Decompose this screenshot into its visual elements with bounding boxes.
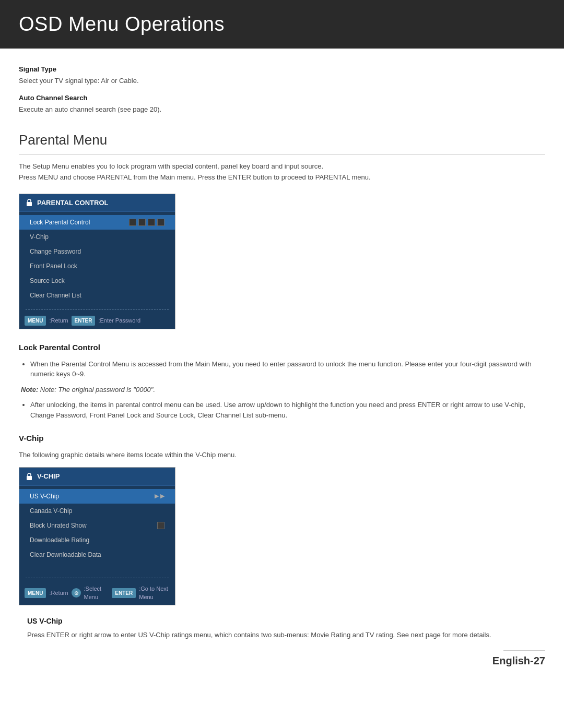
osd-vchip-dashed-separator	[26, 578, 169, 578]
lock-parental-bullet1: When the Parental Control Menu is access…	[30, 359, 545, 379]
osd-dashed-separator	[26, 309, 169, 309]
osd-vchip-return-label: :Return	[49, 589, 68, 598]
signal-type-label: Signal Type	[19, 64, 545, 75]
lock-parental-bullet2: After unlocking, the items in parental c…	[30, 400, 545, 420]
osd-parental-header: PARENTAL CONTROL	[19, 194, 175, 212]
parental-menu-heading: Parental Menu	[19, 130, 545, 155]
parental-menu-intro: The Setup Menu enables you to lock progr…	[19, 161, 545, 183]
vchip-intro: The following graphic details where item…	[19, 450, 545, 460]
osd-vchip-block-unrated: Block Unrated Show	[19, 518, 175, 533]
us-vchip-desc: Press ENTER or right arrow to enter US V…	[19, 630, 545, 640]
vchip-arrows: ▶ ▶	[155, 492, 164, 500]
osd-vchip-downloadable-rating: Downloadable Rating	[19, 533, 175, 547]
osd-item-source-lock: Source Lock	[19, 273, 175, 288]
osd-enter-label: :Enter Password	[98, 316, 140, 325]
page-header: OSD Menu Operations	[0, 0, 564, 49]
lock-parental-note: Note: Note: The original password is "00…	[19, 385, 545, 395]
osd-vchip-us: US V-Chip ▶ ▶	[19, 489, 175, 504]
signal-type-desc: Select your TV signal type: Air or Cable…	[19, 76, 545, 86]
pw-block-2	[138, 219, 146, 226]
osd-item-change-password: Change Password	[19, 244, 175, 259]
lock-parental-heading: Lock Parental Control	[19, 342, 545, 354]
pw-block-3	[148, 219, 155, 226]
page-title: OSD Menu Operations	[19, 9, 545, 39]
parental-control-osd-box: PARENTAL CONTROL Lock Parental Control V…	[19, 194, 175, 330]
auto-channel-desc: Execute an auto channel search (see page…	[19, 104, 545, 115]
signal-section: Signal Type Select your TV signal type: …	[19, 64, 545, 114]
osd-item-front-panel-lock: Front Panel Lock	[19, 259, 175, 273]
osd-enter-btn: ENTER	[72, 316, 96, 326]
us-vchip-heading: US V-Chip	[19, 616, 545, 627]
block-unrated-toggle	[157, 522, 164, 529]
page-number-label: English-27	[492, 655, 545, 666]
osd-item-clear-channel-list: Clear Channel List	[19, 288, 175, 303]
osd-return-label: :Return	[49, 316, 68, 325]
lock-parental-bullets: When the Parental Control Menu is access…	[19, 359, 545, 379]
osd-parental-title: PARENTAL CONTROL	[37, 198, 109, 208]
osd-vchip-footer: MENU :Return ⊙ :Select Menu ENTER :Go to…	[19, 581, 175, 605]
osd-item-lock-parental: Lock Parental Control	[19, 215, 175, 230]
osd-vchip-clear-downloadable: Clear Downloadable Data	[19, 547, 175, 562]
page-number-section: English-27	[0, 640, 564, 674]
osd-vchip-select-btn: ⊙	[72, 588, 81, 598]
lock-parental-bullets2: After unlocking, the items in parental c…	[19, 400, 545, 420]
pw-block-1	[129, 219, 136, 226]
pw-block-4	[157, 219, 164, 226]
vchip-heading: V-Chip	[19, 433, 545, 445]
osd-vchip-next-label: :Go to Next Menu	[139, 584, 170, 602]
osd-vchip-menu-btn: MENU	[25, 588, 46, 598]
osd-vchip-canada: Canada V-Chip	[19, 504, 175, 518]
osd-vchip-select-label: :Select Menu	[84, 584, 107, 602]
vchip-lock-icon	[26, 472, 33, 481]
osd-parental-items: Lock Parental Control V-Chip Change Pass…	[19, 212, 175, 306]
osd-vchip-title: V-CHIP	[37, 471, 60, 482]
osd-item-vchip: V-Chip	[19, 230, 175, 244]
svg-rect-1	[27, 476, 32, 480]
password-blocks	[129, 219, 164, 226]
svg-rect-0	[27, 202, 32, 206]
osd-vchip-enter-btn: ENTER	[112, 588, 136, 598]
osd-menu-btn: MENU	[25, 316, 46, 326]
osd-parental-footer: MENU :Return ENTER :Enter Password	[19, 313, 175, 329]
lock-icon	[26, 198, 33, 207]
auto-channel-label: Auto Channel Search	[19, 93, 545, 103]
osd-vchip-header: V-CHIP	[19, 468, 175, 486]
vchip-osd-box: V-CHIP US V-Chip ▶ ▶ Canada V-Chip Block…	[19, 467, 175, 605]
osd-vchip-items: US V-Chip ▶ ▶ Canada V-Chip Block Unrate…	[19, 486, 175, 565]
